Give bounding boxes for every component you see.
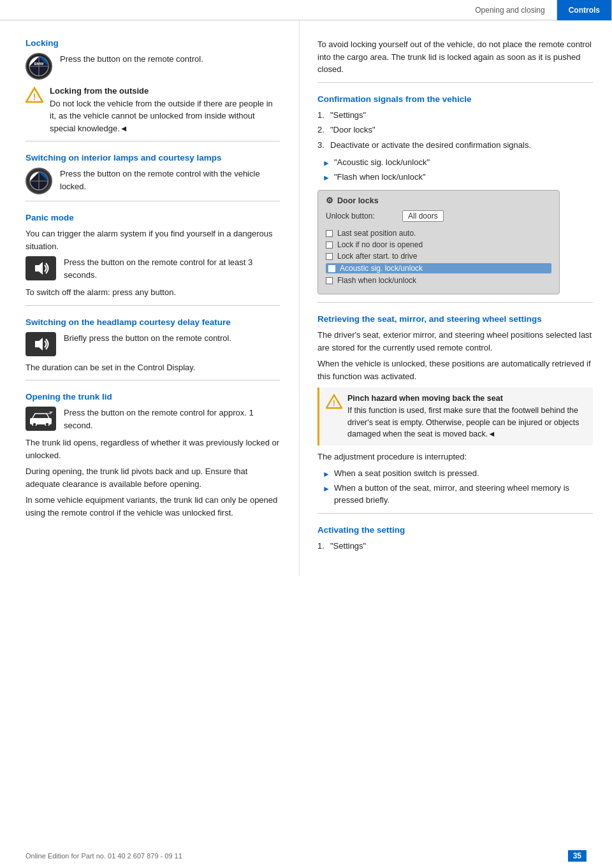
locking-press-text: Press the button on the remote control.	[60, 53, 280, 66]
headlamp-body: The duration can be set in the Control D…	[26, 361, 280, 374]
caution-content: Pinch hazard when moving back the seat I…	[347, 393, 586, 440]
left-column: Locking BMW Press the button on the remo…	[0, 20, 300, 576]
panic-mode-heading: Panic mode	[26, 213, 280, 222]
checkbox-row-4-highlighted: Acoustic sig. lock/unlock	[326, 263, 551, 273]
seat-mirror-body3: The adjustment procedure is interrupted:	[317, 451, 593, 463]
caution-title: Pinch hazard when moving back the seat	[347, 394, 503, 403]
interior-lamps-heading: Switching on interior lamps and courtesy…	[26, 153, 280, 163]
locking-warning-row: ! Locking from the outside Do not lock t…	[26, 85, 280, 134]
svg-text:!: !	[33, 92, 36, 102]
checkbox-1	[326, 230, 333, 237]
locking-outside-text: Locking from the outside Do not lock the…	[50, 85, 280, 134]
svg-marker-14	[49, 412, 53, 412]
car-icon	[26, 407, 56, 431]
bullet-arrow-4-icon: ►	[323, 483, 330, 495]
panic-mode-icon-row: Press the button on the remote control f…	[26, 256, 280, 281]
svg-marker-9	[35, 262, 43, 275]
bmw-logo-icon: BMW	[26, 53, 52, 80]
checkbox-row-1: Last seat position auto.	[326, 229, 551, 238]
divider-right-1	[317, 82, 593, 83]
caution-body: If this function is used, first make sur…	[347, 406, 579, 439]
seat-mirror-body1: The driver's seat, exterior mirror, and …	[317, 329, 593, 354]
footer-edition: Online Edition for Part no. 01 40 2 607 …	[26, 852, 182, 860]
interior-lamps-row: Press the button on the remote control w…	[26, 168, 280, 194]
svg-point-13	[45, 423, 49, 426]
divider-right-2	[317, 302, 593, 303]
page-header: Opening and closing Controls	[0, 0, 612, 20]
seat-bullet-1: ► When a seat position switch is pressed…	[317, 467, 593, 480]
warning-triangle-icon: !	[26, 86, 43, 104]
page-number: 35	[568, 850, 586, 862]
checkbox-row-2: Lock if no door is opened	[326, 240, 551, 249]
panic-mode-icon-text: Press the button on the remote control f…	[64, 256, 280, 281]
trunk-lid-body2: During opening, the trunk lid pivots bac…	[26, 465, 280, 490]
divider-right-3	[317, 513, 593, 514]
svg-point-12	[33, 423, 36, 426]
seat-bullet-2: ► When a button of the seat, mirror, and…	[317, 482, 593, 507]
checkbox-row-5: Flash when lock/unlock	[326, 276, 551, 285]
locking-bmw-row: BMW Press the button on the remote contr…	[26, 53, 280, 80]
header-tabs: Opening and closing Controls	[463, 0, 612, 20]
activating-list: 1. "Settings"	[317, 540, 593, 553]
speaker-2-icon	[26, 332, 56, 356]
checkbox-5	[326, 277, 333, 284]
door-locks-screenshot: ⚙ Door locks Unlock button: All doors La…	[317, 190, 560, 294]
bullet-acoustic: ► "Acoustic sig. lock/unlock"	[317, 156, 593, 169]
trunk-lid-heading: Opening the trunk lid	[26, 392, 280, 401]
bullet-arrow-3-icon: ►	[323, 468, 330, 480]
list-item: 3. Deactivate or activate the desired co…	[317, 139, 593, 152]
panic-mode-body2: To switch off the alarm: press any butto…	[26, 286, 280, 299]
bullet-arrow-2-icon: ►	[323, 172, 330, 184]
divider-1	[26, 141, 280, 141]
tab-opening-closing[interactable]: Opening and closing	[463, 0, 557, 20]
svg-text:!: !	[333, 398, 335, 408]
svg-marker-10	[35, 338, 43, 351]
seat-mirror-body2: When the vehicle is unlocked, these posi…	[317, 358, 593, 382]
checkbox-3	[326, 253, 333, 260]
headlamp-icon-text: Briefly press the button on the remote c…	[64, 332, 280, 345]
list-item: 1. "Settings"	[317, 109, 593, 122]
activating-heading: Activating the setting	[317, 525, 593, 535]
unlock-button-row: Unlock button: All doors	[326, 210, 551, 222]
checkbox-4	[328, 265, 335, 272]
trunk-lid-body1: The trunk lid opens, regardless of wheth…	[26, 437, 280, 461]
confirmation-heading: Confirmation signals from the vehicle	[317, 94, 593, 104]
speaker-icon	[26, 256, 56, 280]
caution-box: ! Pinch hazard when moving back the seat…	[317, 387, 593, 445]
caution-triangle-icon: !	[326, 393, 342, 412]
svg-text:BMW: BMW	[34, 62, 44, 66]
avoid-locking-text: To avoid locking yourself out of the veh…	[317, 38, 593, 76]
panic-mode-body1: You can trigger the alarm system if you …	[26, 228, 280, 252]
door-locks-title: ⚙ Door locks	[326, 196, 551, 205]
page-footer: Online Edition for Part no. 01 40 2 607 …	[0, 850, 612, 862]
list-item: 2. "Door locks"	[317, 124, 593, 136]
trunk-lid-icon-text: Press the button on the remote control f…	[64, 407, 280, 431]
right-column: To avoid locking yourself out of the veh…	[300, 20, 612, 576]
trunk-lid-body3: In some vehicle equipment variants, the …	[26, 494, 280, 519]
checkbox-row-3: Lock after start. to drive	[326, 252, 551, 261]
bullet-arrow-icon: ►	[323, 157, 330, 169]
bmw-logo-2-icon	[26, 168, 52, 194]
confirmation-list: 1. "Settings" 2. "Door locks" 3. Deactiv…	[317, 109, 593, 152]
unlock-label: Unlock button:	[326, 212, 402, 221]
activating-list-item-1: 1. "Settings"	[317, 540, 593, 553]
headlamp-icon-row: Briefly press the button on the remote c…	[26, 332, 280, 356]
settings-icon: ⚙	[326, 196, 333, 205]
interior-lamps-text: Press the button on the remote control w…	[60, 168, 280, 192]
seat-mirror-heading: Retrieving the seat, mirror, and steerin…	[317, 314, 593, 324]
divider-2	[26, 201, 280, 201]
bullet-flash: ► "Flash when lock/unlock"	[317, 171, 593, 184]
unlock-value: All doors	[402, 210, 444, 222]
trunk-lid-icon-row: Press the button on the remote control f…	[26, 407, 280, 431]
tab-controls[interactable]: Controls	[557, 0, 612, 20]
headlamp-heading: Switching on the headlamp courtesy delay…	[26, 317, 280, 327]
divider-4	[26, 380, 280, 380]
locking-heading: Locking	[26, 38, 280, 48]
main-content: Locking BMW Press the button on the remo…	[0, 20, 612, 576]
checkbox-2	[326, 242, 333, 249]
divider-3	[26, 305, 280, 306]
